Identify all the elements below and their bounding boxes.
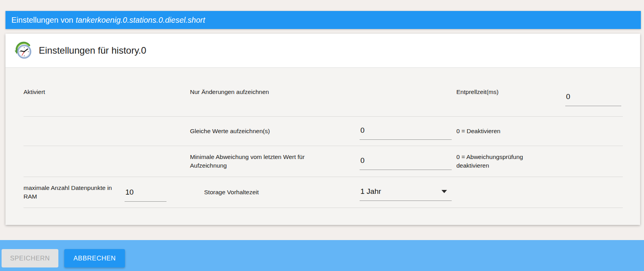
dialog-footer: SPEICHERN ABBRECHEN <box>0 240 644 271</box>
storage-vorhaltezeit-select[interactable]: 1 Jahr <box>360 187 452 201</box>
dialog-titlebar: Einstellungen vontankerkoenig.0.stations… <box>5 11 641 29</box>
entprellzeit-input[interactable] <box>565 92 621 106</box>
max-datenpunkte-ram-input[interactable] <box>125 188 166 202</box>
minimale-abweichung-input[interactable] <box>360 156 452 170</box>
form-row-4: maximale Anzahl Datenpunkte in RAM Stora… <box>5 177 640 208</box>
gleiche-werte-label: Gleiche Werte aufzeichnen(s) <box>190 127 360 136</box>
panel-header: Einstellungen für history.0 <box>5 34 640 68</box>
chevron-down-icon <box>441 190 447 193</box>
settings-panel: Einstellungen für history.0 Aktiviert Nu… <box>5 34 640 225</box>
cancel-button[interactable]: ABBRECHEN <box>64 249 125 267</box>
aktiviert-label[interactable]: Aktiviert <box>24 88 190 96</box>
settings-form: Aktiviert Nur Änderungen aufzeichnen Ent… <box>5 68 640 224</box>
form-row-3: Minimale Abweichung vom letzten Wert für… <box>5 146 640 177</box>
entprellzeit-label: Entprellzeit(ms) <box>456 88 565 96</box>
nur-aenderungen-label[interactable]: Nur Änderungen aufzeichnen <box>190 88 360 96</box>
gleiche-werte-input[interactable] <box>360 126 452 140</box>
storage-vorhaltezeit-value: 1 Jahr <box>360 187 381 196</box>
gleiche-werte-hint: 0 = Deaktivieren <box>456 127 565 136</box>
dialog-title-prefix: Einstellungen von <box>11 16 73 24</box>
object-id: tankerkoenig.0.stations.0.diesel.short <box>76 16 205 24</box>
form-row-2: Gleiche Werte aufzeichnen(s) 0 = Deaktiv… <box>5 117 640 146</box>
max-datenpunkte-ram-label: maximale Anzahl Datenpunkte in RAM <box>24 184 118 201</box>
storage-vorhaltezeit-label: Storage Vorhaltezeit <box>190 188 360 197</box>
page-title: Einstellungen für history.0 <box>39 45 146 56</box>
form-row-1: Aktiviert Nur Änderungen aufzeichnen Ent… <box>5 68 640 117</box>
minimale-abweichung-hint: 0 = Abweichungsprüfung deaktivieren <box>456 153 546 170</box>
minimale-abweichung-label: Minimale Abweichung vom letzten Wert für… <box>190 153 319 170</box>
history-adapter-clock-icon <box>14 42 32 60</box>
save-button[interactable]: SPEICHERN <box>2 249 58 267</box>
